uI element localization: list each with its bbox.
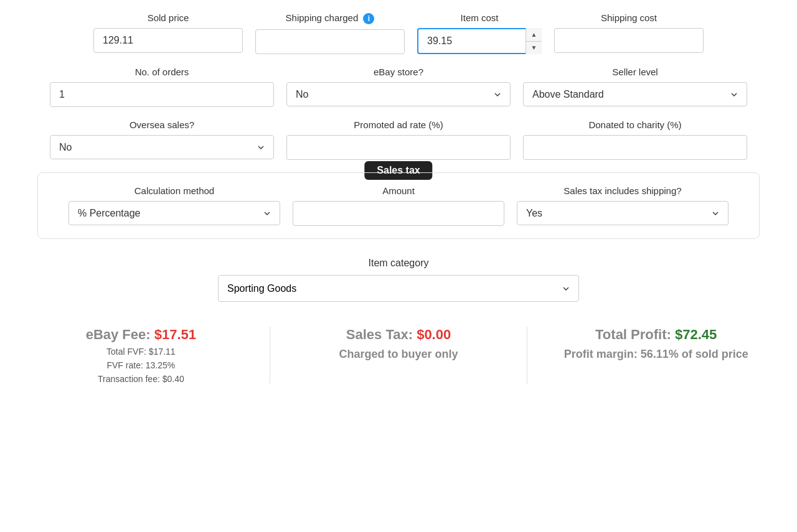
ebay-fee-label: eBay Fee: <box>86 327 154 342</box>
sold-price-input[interactable] <box>93 28 243 53</box>
total-profit-label: Total Profit: <box>595 327 675 342</box>
no-of-orders-input[interactable] <box>50 82 274 107</box>
item-category-label: Item category <box>369 258 429 269</box>
sales-tax-result-label: Sales Tax: <box>346 327 417 342</box>
promoted-ad-rate-group: Promoted ad rate (%) <box>286 119 511 160</box>
shipping-cost-group: Shipping cost <box>554 12 704 54</box>
seller-level-group: Seller level Above Standard Standard Bel… <box>523 67 747 107</box>
sales-tax-amount-input[interactable] <box>293 201 504 226</box>
seller-level-label: Seller level <box>612 67 658 77</box>
no-of-orders-group: No. of orders <box>50 67 274 107</box>
item-category-select[interactable]: Sporting Goods Electronics Clothing Book… <box>218 275 579 302</box>
ebay-fee-detail1: Total FVF: $17.11 <box>12 347 270 357</box>
total-profit-block: Total Profit: $72.45 Profit margin: 56.1… <box>527 327 785 361</box>
ebay-fee-amount: $17.51 <box>154 327 196 342</box>
shipping-charged-label: Shipping charged i <box>286 12 375 24</box>
item-cost-group: Item cost ▲ ▼ <box>417 12 542 54</box>
shipping-cost-label: Shipping cost <box>601 12 657 23</box>
row-1: Sold price Shipping charged i Item cost … <box>12 12 785 54</box>
sales-tax-includes-shipping-group: Sales tax includes shipping? Yes No <box>517 185 729 226</box>
total-profit-amount: $72.45 <box>675 327 717 342</box>
oversea-sales-group: Oversea sales? No Yes <box>50 119 274 160</box>
calculation-method-select[interactable]: % Percentage Flat amount <box>68 201 280 225</box>
oversea-sales-label: Oversea sales? <box>130 119 194 130</box>
calculation-method-label: Calculation method <box>134 185 214 196</box>
sales-tax-section: Calculation method % Percentage Flat amo… <box>37 172 760 239</box>
no-of-orders-label: No. of orders <box>135 67 189 77</box>
sales-tax-amount-label: Amount <box>382 185 415 196</box>
ebay-fee-block: eBay Fee: $17.51 Total FVF: $17.11 FVF r… <box>12 327 270 384</box>
item-category-section: Item category Sporting Goods Electronics… <box>12 258 785 302</box>
row-3: Oversea sales? No Yes Promoted ad rate (… <box>12 119 785 160</box>
oversea-sales-select[interactable]: No Yes <box>50 135 274 159</box>
shipping-cost-input[interactable] <box>554 28 704 53</box>
item-cost-spinner-wrapper: ▲ ▼ <box>417 28 542 54</box>
sold-price-label: Sold price <box>148 12 189 23</box>
form-section: Sold price Shipping charged i Item cost … <box>12 12 785 384</box>
shipping-charged-input[interactable] <box>255 29 405 54</box>
sold-price-group: Sold price <box>93 12 243 54</box>
ebay-fee-detail3: Transaction fee: $0.40 <box>12 374 270 384</box>
sales-tax-result-amount: $0.00 <box>417 327 451 342</box>
results-section: eBay Fee: $17.51 Total FVF: $17.11 FVF r… <box>12 320 785 384</box>
item-cost-spinner-btns: ▲ ▼ <box>526 28 542 54</box>
ebay-store-group: eBay store? No Yes <box>286 67 511 107</box>
ebay-store-label: eBay store? <box>374 67 423 77</box>
ebay-fee-title: eBay Fee: $17.51 <box>12 327 270 343</box>
sales-tax-includes-shipping-label: Sales tax includes shipping? <box>564 185 681 196</box>
calculation-method-group: Calculation method % Percentage Flat amo… <box>68 185 280 226</box>
promoted-ad-rate-label: Promoted ad rate (%) <box>354 119 443 130</box>
item-cost-label: Item cost <box>461 12 499 23</box>
sales-tax-result-subtitle: Charged to buyer only <box>270 348 527 361</box>
sales-tax-result-title: Sales Tax: $0.00 <box>270 327 527 343</box>
item-cost-increment[interactable]: ▲ <box>526 28 542 42</box>
donated-to-charity-label: Donated to charity (%) <box>588 119 681 130</box>
total-profit-subtitle: Profit margin: 56.11% of sold price <box>527 348 785 361</box>
sales-tax-includes-shipping-select[interactable]: Yes No <box>517 201 729 225</box>
item-cost-input[interactable] <box>417 28 542 54</box>
ebay-fee-detail2: FVF rate: 13.25% <box>12 360 270 370</box>
item-cost-decrement[interactable]: ▼ <box>526 42 542 55</box>
ebay-store-select[interactable]: No Yes <box>286 82 511 106</box>
sales-tax-amount-group: Amount <box>293 185 504 226</box>
shipping-charged-group: Shipping charged i <box>255 12 405 54</box>
donated-to-charity-input[interactable] <box>523 135 747 160</box>
row-2: No. of orders eBay store? No Yes Seller … <box>12 67 785 107</box>
seller-level-select[interactable]: Above Standard Standard Below Standard T… <box>523 82 747 106</box>
promoted-ad-rate-input[interactable] <box>286 135 511 160</box>
total-profit-title: Total Profit: $72.45 <box>527 327 785 343</box>
shipping-charged-info-icon[interactable]: i <box>363 13 374 24</box>
sales-tax-row: Calculation method % Percentage Flat amo… <box>50 185 747 226</box>
sales-tax-result-block: Sales Tax: $0.00 Charged to buyer only <box>270 327 527 361</box>
donated-to-charity-group: Donated to charity (%) <box>523 119 747 160</box>
